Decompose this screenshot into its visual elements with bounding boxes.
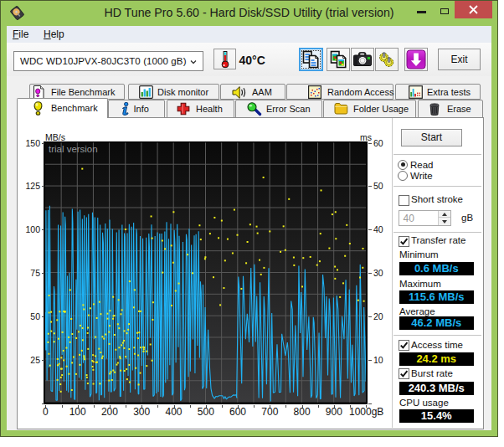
svg-text:trial version: trial version [49, 145, 98, 155]
